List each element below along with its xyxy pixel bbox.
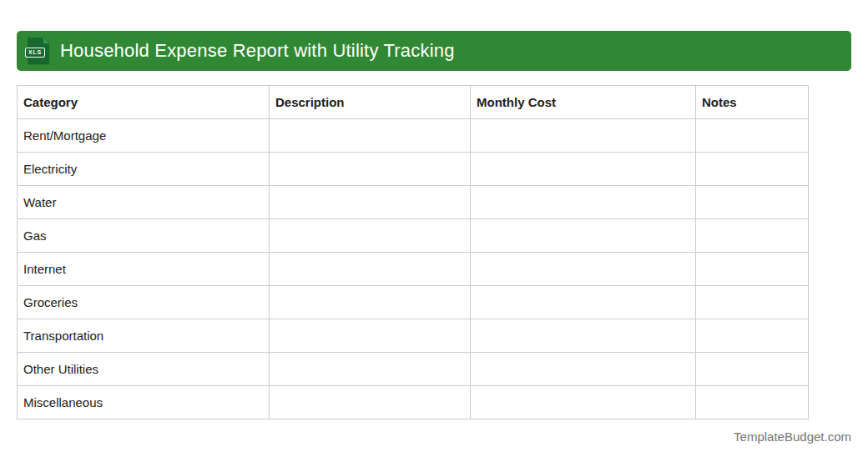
- table-row: Transportation: [18, 319, 809, 353]
- cell-description: [270, 119, 471, 153]
- cell-category: Water: [18, 186, 270, 219]
- cell-monthly-cost: [471, 253, 696, 286]
- table-row: Groceries: [18, 286, 809, 319]
- table-row: Miscellaneous: [18, 386, 809, 419]
- template-preview-page: XLS Household Expense Report with Utilit…: [0, 0, 868, 467]
- column-header-category: Category: [18, 86, 270, 119]
- cell-monthly-cost: [471, 386, 696, 419]
- cell-category: Transportation: [18, 319, 270, 353]
- title-banner: XLS Household Expense Report with Utilit…: [17, 31, 851, 71]
- page-title: Household Expense Report with Utility Tr…: [60, 40, 455, 62]
- cell-monthly-cost: [471, 186, 696, 219]
- cell-notes: [696, 119, 809, 153]
- column-header-notes: Notes: [696, 86, 809, 119]
- cell-category: Other Utilities: [18, 353, 270, 386]
- cell-notes: [696, 319, 809, 353]
- cell-description: [270, 319, 471, 353]
- cell-notes: [696, 153, 809, 186]
- table-row: Rent/Mortgage: [18, 119, 809, 153]
- cell-category: Internet: [18, 253, 270, 286]
- cell-category: Groceries: [18, 286, 270, 319]
- expense-table: Category Description Monthly Cost Notes …: [17, 85, 809, 419]
- cell-notes: [696, 186, 809, 219]
- cell-notes: [696, 286, 809, 319]
- table-row: Other Utilities: [18, 353, 809, 386]
- cell-category: Gas: [18, 219, 270, 253]
- cell-monthly-cost: [471, 319, 696, 353]
- table-row: Internet: [18, 253, 809, 286]
- cell-description: [270, 286, 471, 319]
- column-header-monthly-cost: Monthly Cost: [471, 86, 696, 119]
- cell-notes: [696, 219, 809, 253]
- cell-description: [270, 186, 471, 219]
- cell-description: [270, 219, 471, 253]
- cell-monthly-cost: [471, 119, 696, 153]
- cell-monthly-cost: [471, 353, 696, 386]
- column-header-description: Description: [270, 86, 471, 119]
- cell-notes: [696, 386, 809, 419]
- cell-description: [270, 353, 471, 386]
- xls-badge-label: XLS: [25, 48, 45, 58]
- cell-description: [270, 153, 471, 186]
- table-header-row: Category Description Monthly Cost Notes: [18, 86, 809, 119]
- cell-monthly-cost: [471, 219, 696, 253]
- cell-monthly-cost: [471, 153, 696, 186]
- cell-description: [270, 386, 471, 419]
- table-row: Gas: [18, 219, 809, 253]
- xls-file-fold: [43, 38, 49, 43]
- cell-category: Miscellaneous: [18, 386, 270, 419]
- cell-description: [270, 253, 471, 286]
- cell-notes: [696, 253, 809, 286]
- cell-notes: [696, 353, 809, 386]
- cell-category: Electricity: [18, 153, 270, 186]
- table-row: Water: [18, 186, 809, 219]
- cell-category: Rent/Mortgage: [18, 119, 270, 153]
- footer-brand-text: TemplateBudget.com: [734, 429, 851, 444]
- cell-monthly-cost: [471, 286, 696, 319]
- xls-file-icon: XLS: [28, 38, 49, 65]
- table-row: Electricity: [18, 153, 809, 186]
